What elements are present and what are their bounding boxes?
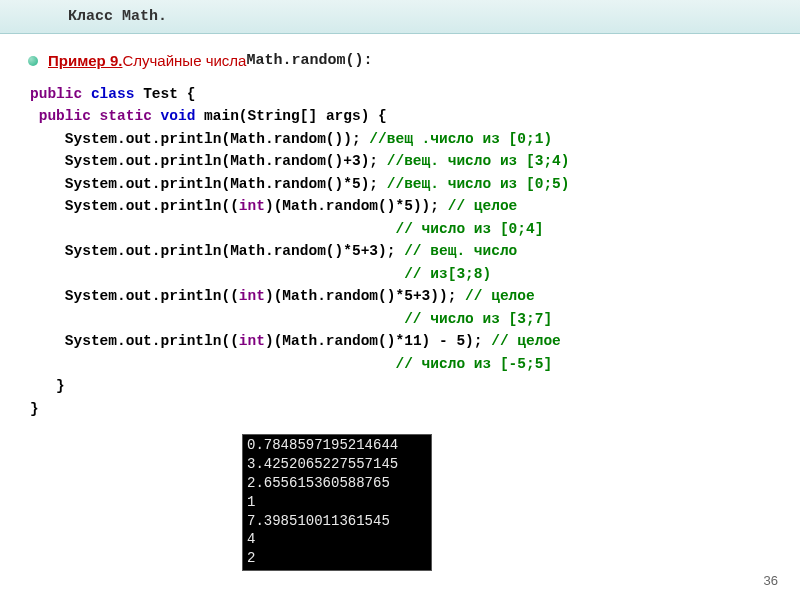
code-text: main(String[] args) { [195,108,386,124]
comment: // из[3;8) [404,266,491,282]
comment: // вещ. число [404,243,517,259]
comment: // целое [491,333,561,349]
kw-int: int [239,333,265,349]
console-line: 1 [247,493,427,512]
kw-int: int [239,288,265,304]
code-text: System.out.println(Math.random()+3); [30,153,387,169]
console-line: 2.655615360588765 [247,474,427,493]
code-text: } [30,401,39,417]
header-title: Класс Math. [68,8,167,25]
kw-public: public [30,86,82,102]
code-text: )(Math.random()*11) - 5); [265,333,491,349]
kw-static: static [91,108,152,124]
kw-int: int [239,198,265,214]
console-line: 7.398510011361545 [247,512,427,531]
comment: // число из [-5;5] [395,356,552,372]
console-line: 2 [247,549,427,568]
comment: // целое [448,198,518,214]
code-text [30,266,404,282]
console-line: 3.4252065227557145 [247,455,427,474]
example-label: Пример 9. [48,52,122,69]
kw-class: class [82,86,134,102]
console-output: 0.7848597195214644 3.4252065227557145 2.… [242,434,432,571]
code-text: Test { [134,86,195,102]
header-band: Класс Math. [0,0,800,34]
code-text: System.out.println(( [30,288,239,304]
code-text [30,221,395,237]
example-heading: Пример 9. Случайные числа Math.random(): [28,52,772,69]
comment: //вещ. число из [3;4) [387,153,570,169]
code-text: System.out.println(Math.random()*5); [30,176,387,192]
kw-public: public [30,108,91,124]
code-text: System.out.println(Math.random()*5+3); [30,243,404,259]
comment: // целое [465,288,535,304]
bullet-icon [28,56,38,66]
code-text: System.out.println(( [30,333,239,349]
code-text: System.out.println(Math.random()); [30,131,369,147]
page-number: 36 [764,573,778,588]
console-line: 0.7848597195214644 [247,436,427,455]
console-line: 4 [247,530,427,549]
comment: //вещ .число из [0;1) [369,131,552,147]
comment: //вещ. число из [0;5) [387,176,570,192]
code-text: } [30,378,65,394]
kw-void: void [152,108,196,124]
example-code: Math.random(): [246,52,372,69]
code-text: )(Math.random()*5)); [265,198,448,214]
code-text [30,356,395,372]
code-block: public class Test { public static void m… [28,83,772,420]
code-text: )(Math.random()*5+3)); [265,288,465,304]
code-text: System.out.println(( [30,198,239,214]
example-text: Случайные числа [122,52,246,69]
slide-content: Пример 9. Случайные числа Math.random():… [0,34,800,420]
code-text [30,311,404,327]
comment: // число из [3;7] [404,311,552,327]
comment: // число из [0;4] [395,221,543,237]
